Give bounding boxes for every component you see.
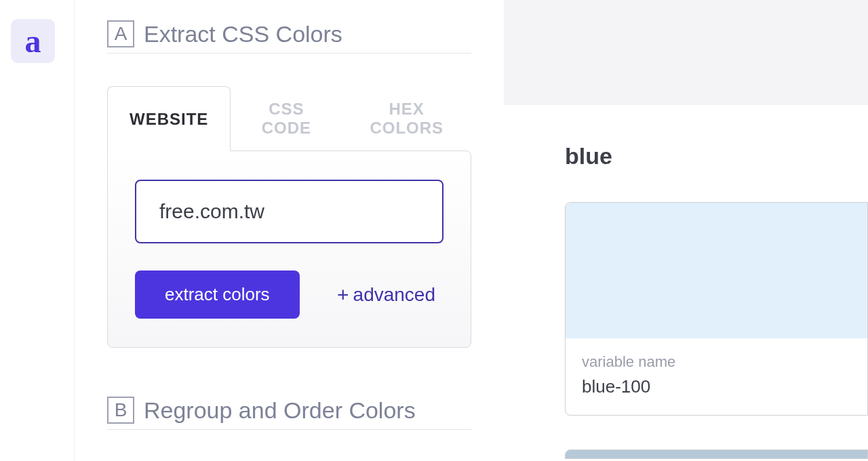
section-a-title: Extract CSS Colors bbox=[144, 21, 342, 47]
plus-icon: + bbox=[337, 285, 349, 305]
swatch-meta: variable name blue-100 bbox=[566, 338, 867, 415]
logo-letter: a bbox=[25, 25, 41, 58]
tab-hex-colors[interactable]: HEX COLORS bbox=[342, 86, 471, 151]
step-badge-b: B bbox=[107, 397, 134, 424]
main-content: A Extract CSS Colors WEBSITE CSS CODE HE… bbox=[75, 0, 504, 461]
right-panel: blue variable name blue-100 bbox=[504, 0, 868, 461]
source-tabs: WEBSITE CSS CODE HEX COLORS bbox=[107, 86, 471, 151]
app-logo[interactable]: a bbox=[11, 19, 55, 63]
actions-row: extract colors + advanced bbox=[135, 270, 443, 319]
right-panel-header-area bbox=[504, 0, 868, 105]
section-b-title: Regroup and Order Colors bbox=[144, 397, 416, 424]
color-swatch-preview bbox=[566, 203, 867, 338]
next-swatch-peek[interactable] bbox=[565, 449, 868, 459]
color-detail-panel: blue variable name blue-100 bbox=[504, 105, 868, 461]
section-b-header: B Regroup and Order Colors bbox=[107, 397, 471, 430]
website-url-input[interactable] bbox=[135, 180, 443, 243]
section-a-header: A Extract CSS Colors bbox=[107, 20, 471, 54]
tab-css-code[interactable]: CSS CODE bbox=[231, 86, 342, 151]
step-badge-a: A bbox=[107, 20, 134, 47]
color-swatch-card[interactable]: variable name blue-100 bbox=[565, 202, 868, 416]
color-group-title: blue bbox=[565, 143, 868, 169]
website-tab-panel: extract colors + advanced bbox=[107, 151, 471, 348]
advanced-toggle[interactable]: + advanced bbox=[337, 284, 435, 306]
left-sidebar: a bbox=[0, 0, 75, 461]
tab-website[interactable]: WEBSITE bbox=[107, 86, 231, 151]
advanced-label: advanced bbox=[353, 284, 435, 306]
variable-name-value: blue-100 bbox=[582, 376, 851, 397]
extract-colors-button[interactable]: extract colors bbox=[135, 270, 300, 319]
variable-name-label: variable name bbox=[582, 353, 851, 371]
